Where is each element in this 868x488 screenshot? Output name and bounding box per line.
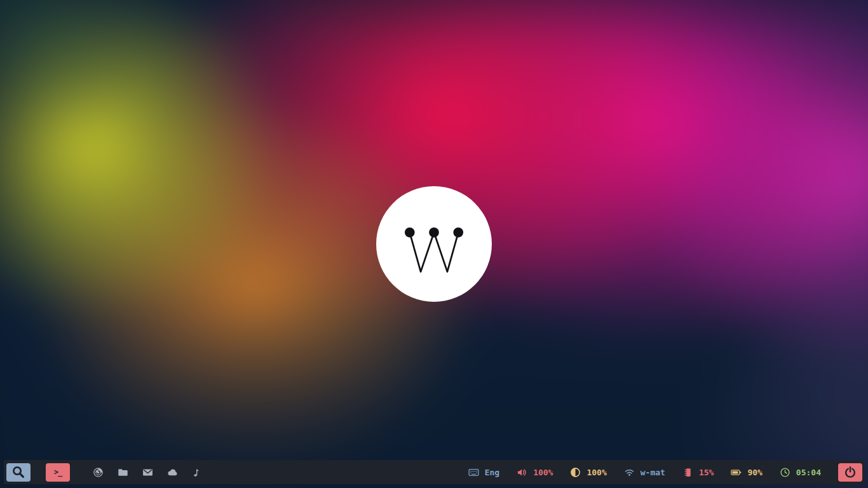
music-icon: [192, 467, 203, 478]
volume-icon: [517, 467, 527, 478]
wallpaper-logo: [376, 186, 492, 302]
memory-icon: [682, 467, 693, 478]
status-module-battery[interactable]: 90%: [731, 467, 762, 478]
brightness-label: 100%: [587, 468, 606, 477]
browser-launcher[interactable]: [93, 467, 104, 478]
keyboard-icon: [468, 467, 479, 478]
clock-icon: [780, 467, 790, 478]
status-module-memory[interactable]: 15%: [682, 467, 714, 478]
mail-icon: [142, 467, 153, 478]
cloud-launcher[interactable]: [167, 467, 178, 478]
firefox-icon: [93, 467, 104, 478]
network-label: w-mat: [641, 468, 665, 477]
keyboard-layout-label: Eng: [485, 468, 499, 477]
status-module-brightness[interactable]: 100%: [570, 467, 606, 478]
status-module-keyboard-layout[interactable]: Eng: [468, 467, 499, 478]
music-launcher[interactable]: [192, 467, 203, 478]
mail-launcher[interactable]: [142, 467, 153, 478]
cloud-icon: [167, 467, 178, 478]
w-logo-icon: [376, 186, 492, 302]
power-button[interactable]: [838, 463, 862, 482]
terminal-button[interactable]: >_: [46, 463, 70, 482]
taskbar: >_: [4, 460, 864, 484]
clock-label: 05:04: [796, 468, 821, 477]
search-icon: [11, 465, 25, 479]
folder-icon: [118, 467, 128, 478]
volume-label: 100%: [533, 468, 553, 477]
power-icon: [844, 466, 857, 478]
search-button[interactable]: [6, 463, 31, 482]
app-launcher-icons: [79, 467, 203, 478]
status-module-volume[interactable]: 100%: [517, 467, 553, 478]
memory-label: 15%: [699, 468, 714, 477]
status-module-clock[interactable]: 05:04: [780, 467, 821, 478]
terminal-icon: >_: [54, 468, 62, 476]
battery-label: 90%: [747, 468, 762, 477]
status-modules: Eng 100% 100% w-mat: [468, 463, 864, 482]
contrast-icon: [570, 467, 581, 478]
status-module-network[interactable]: w-mat: [624, 467, 665, 478]
files-launcher[interactable]: [118, 467, 128, 478]
battery-icon: [731, 467, 742, 478]
wifi-icon: [624, 467, 635, 478]
